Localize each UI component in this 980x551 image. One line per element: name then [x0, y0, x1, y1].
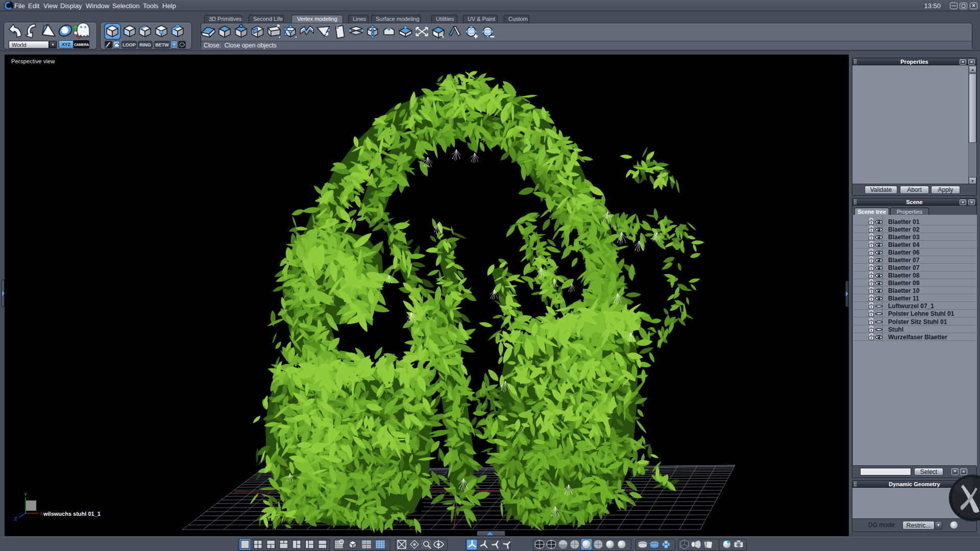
svg-text:Y: Y — [24, 492, 27, 497]
svg-text:wilswuchs stuhl 01_1: wilswuchs stuhl 01_1 — [43, 511, 101, 517]
svg-text:Z: Z — [14, 516, 17, 521]
svg-text:X: X — [40, 511, 43, 516]
